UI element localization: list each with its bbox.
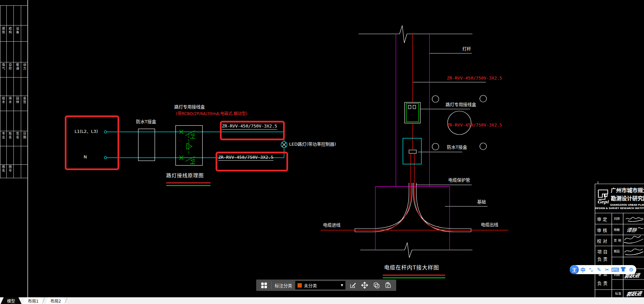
detail-junction-box-label: 路灯专用接线盒 xyxy=(446,102,476,107)
foundation-label: 基础 xyxy=(477,200,486,205)
schematic-title-rules xyxy=(166,183,211,186)
stamp-text: 标准 xyxy=(615,291,621,296)
specialty-lead-label-line2: 负 责 xyxy=(597,280,607,286)
legend-cell: 暖通 xyxy=(15,63,20,70)
legend-cell: 专业 xyxy=(1,132,6,139)
schematic-title: 路灯接线原理图 xyxy=(166,173,204,179)
keyboard-icon[interactable]: ⌨ xyxy=(611,266,619,273)
tab-layout2[interactable]: 布局2 xyxy=(45,297,66,304)
detail-title-rules xyxy=(383,275,445,278)
company-name-en-line1: GUANGZHOU URBAN PLANNING xyxy=(610,204,644,206)
company-logo-text: Gepi xyxy=(597,199,608,204)
company-name-cn-line2: 勘测设计研究院 xyxy=(611,194,644,202)
toolbar-separator xyxy=(271,282,272,289)
legend-cell: 自控 xyxy=(8,63,12,70)
stamp-text: 曾明 xyxy=(614,238,623,243)
legend-cell: 日期 xyxy=(22,132,27,139)
annotation-category-label: 标注分类 xyxy=(275,282,292,289)
move-icon[interactable] xyxy=(360,281,369,290)
layout-tab-bar: 模型 布局1 布局2 xyxy=(0,297,644,304)
markup-box-source xyxy=(65,115,119,170)
cable-out-label: 电缆出线 xyxy=(481,222,498,227)
detail-waterproof-box-cyan xyxy=(403,138,421,164)
category-dropdown[interactable]: 未分类 ▼ xyxy=(295,281,346,290)
junction-box-spec-label: (带RCBO/2P/6A/30mA,电磁式,瞬动型) xyxy=(176,112,247,116)
waterproof-box-label: 防水T接盒 xyxy=(136,119,156,124)
tab-model[interactable]: 模型 xyxy=(1,297,21,304)
stamp-text: 刘刚 xyxy=(614,272,620,277)
stamp-text: 姚廷 xyxy=(614,249,620,253)
legend-cell: 签名 xyxy=(15,132,20,139)
category-grid-icon[interactable] xyxy=(260,281,268,290)
detail-waterproof-box-label: 防水T接盒 xyxy=(447,145,467,150)
led-lamp-label: LED路灯(带功率控制器) xyxy=(289,142,336,147)
left-legend-grid xyxy=(0,0,28,297)
ime-logo-icon[interactable]: 王 xyxy=(570,265,579,274)
detail-cable-label-upper: ZR-RVV-450/750V-3X2.5 xyxy=(447,76,502,81)
led-lamp-symbol xyxy=(281,142,287,148)
conduit-label: 电缆保护管 xyxy=(448,178,470,183)
tab-layout1[interactable]: 布局1 xyxy=(22,297,44,304)
detail-cable-label-lower: ZR-RVV-450/750V-3X2.5 xyxy=(447,123,502,128)
legend-cell: 给水 xyxy=(1,97,6,104)
tab-divider xyxy=(42,298,45,304)
ime-language-mode-button[interactable]: 中 xyxy=(579,266,587,273)
chevron-down-icon: ▼ xyxy=(341,284,343,287)
approver-row-label: 审 定 xyxy=(597,216,607,222)
legend-cell: 图名 xyxy=(1,165,6,172)
project-lead-label-line2: 负 责 xyxy=(597,256,607,262)
cad-application-window: 建筑 结构 设备 电气 自控 暖通 动力 给水 排水 园林 会签 专业 姓名 签… xyxy=(0,0,644,304)
junction-box-label: 路灯专用接线盒 xyxy=(174,105,205,110)
reviewer-row-label: 审 核 xyxy=(597,227,607,233)
rcbo-symbol xyxy=(179,130,200,164)
source-l1-label: L1(L2、L3) xyxy=(75,129,98,134)
signature-text: 谭静 xyxy=(626,226,637,233)
cable-in-label: 电缆进线 xyxy=(323,223,340,228)
stamp-text: 刘烨 xyxy=(614,216,620,221)
legend-cell: 园林 xyxy=(15,97,20,104)
project-lead-label-line1: 项 目 xyxy=(597,248,607,255)
legend-cell: 排水 xyxy=(8,97,12,104)
legend-cell: 电气 xyxy=(1,63,6,70)
legend-cell: 图号 xyxy=(8,165,12,172)
cable-spec-label-bottom: ZR-RVV-450/750V-3X2.5 xyxy=(218,155,273,161)
legend-cell: 动力 xyxy=(22,63,27,70)
paste-icon[interactable] xyxy=(384,281,393,290)
proofreader-row-label: 校 对 xyxy=(597,238,607,244)
company-logo-icon xyxy=(598,190,608,199)
legend-cell: 结构 xyxy=(8,27,12,34)
legend-cell: 建筑 xyxy=(1,27,6,34)
signature-scribbles xyxy=(624,217,643,255)
tab-divider xyxy=(64,298,67,304)
cable-spec-label-top: ZR-RVV-450/750V-3X2.5 xyxy=(222,124,277,130)
company-name-cn-line1: 广州市城市规划 xyxy=(611,186,644,194)
annotation-toolbar: 标注分类 未分类 ▼ xyxy=(256,280,396,291)
ime-punctuation-button[interactable]: °, xyxy=(587,267,595,272)
legend-cell: 设备 xyxy=(15,27,20,34)
specialty-lead-label-line1: 专 业 xyxy=(597,270,607,277)
pole-label: 灯杆 xyxy=(462,47,471,52)
stamp-text: 杨敏 xyxy=(614,227,620,232)
source-n-label: N xyxy=(84,155,87,160)
signature-text: 郭跃进 xyxy=(624,271,640,279)
category-dropdown-value: 未分类 xyxy=(304,282,339,289)
category-color-swatch xyxy=(297,283,302,288)
edit-annotation-icon[interactable] xyxy=(349,281,357,290)
legend-cell: 姓名 xyxy=(8,132,12,139)
signature-text: 郭跃进 xyxy=(626,289,642,297)
detail-title: 电缆在杆内T接大样图 xyxy=(384,265,439,271)
skin-shirt-icon[interactable] xyxy=(619,267,627,273)
copy-icon[interactable] xyxy=(372,281,381,290)
company-name-en-line2: DESIGN & SURVEY RESEARCH INSTITUTE xyxy=(595,207,644,210)
legend-cell: 会签 xyxy=(22,97,27,104)
